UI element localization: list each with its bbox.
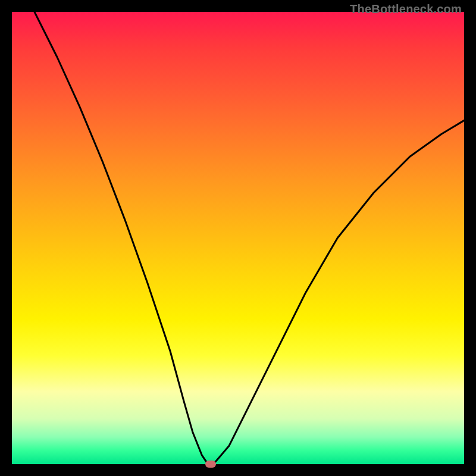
curve-path	[35, 12, 464, 464]
chart-frame: TheBottleneck.com	[0, 0, 476, 476]
bottleneck-curve	[12, 12, 464, 464]
optimal-point-marker	[205, 461, 216, 468]
plot-area	[12, 12, 464, 464]
watermark-text: TheBottleneck.com	[350, 2, 462, 16]
